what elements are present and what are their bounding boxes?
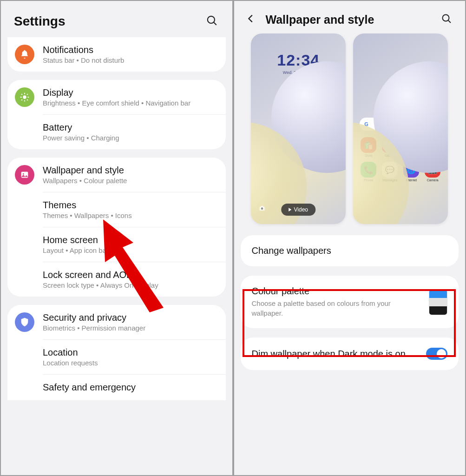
svg-line-9 xyxy=(21,99,22,100)
settings-screen: Settings NotificationsStatus bar • Do no… xyxy=(0,0,233,476)
lock-screen-preview[interactable]: 12:34 Wed, 7 February Video xyxy=(251,33,346,224)
row-subtitle: Location requests xyxy=(43,359,217,367)
home-screen-preview[interactable]: 18° e.C.Block Sunny G 🛍️Store✳️Gallery▶P… xyxy=(353,33,448,224)
dim-wallpaper-toggle[interactable] xyxy=(426,348,447,360)
row-subtitle: Layout • App icon badges xyxy=(43,246,217,254)
wallpaper-header: Wallpaper and style xyxy=(234,1,466,33)
row-title: Home screen xyxy=(43,235,217,245)
settings-group: DisplayBrightness • Eye comfort shield •… xyxy=(7,80,226,149)
back-button[interactable] xyxy=(243,12,258,27)
settings-row-location[interactable]: LocationLocation requests xyxy=(43,339,226,374)
camera-icon xyxy=(258,205,266,214)
svg-line-1 xyxy=(214,22,216,25)
search-button[interactable] xyxy=(204,14,219,29)
row-subtitle: Status bar • Do not disturb xyxy=(43,56,217,64)
settings-group: Security and privacyBiometrics • Permiss… xyxy=(7,305,226,400)
svg-line-8 xyxy=(27,99,28,100)
svg-point-2 xyxy=(23,95,26,99)
svg-line-10 xyxy=(27,94,28,95)
colour-palette-sub: Choose a palette based on colours from y… xyxy=(252,298,422,318)
row-title: Safety and emergency xyxy=(43,382,217,393)
row-title: Themes xyxy=(43,200,217,211)
dim-wallpaper-title: Dim wallpaper when Dark mode is on xyxy=(252,349,419,359)
settings-row-security[interactable]: Security and privacyBiometrics • Permiss… xyxy=(7,305,226,339)
row-title: Wallpaper and style xyxy=(43,165,217,176)
row-title: Lock screen and AOD xyxy=(43,270,217,280)
row-subtitle: Screen lock type • Always On Display xyxy=(43,281,217,289)
row-subtitle: Wallpapers • Colour palette xyxy=(43,177,217,185)
settings-group: Wallpaper and styleWallpapers • Colour p… xyxy=(7,158,226,297)
change-wallpapers-card[interactable]: Change wallpapers xyxy=(241,235,459,266)
settings-header: Settings xyxy=(1,1,232,37)
colour-palette-title: Colour palette xyxy=(252,286,422,297)
colour-palette-card[interactable]: Colour palette Choose a palette based on… xyxy=(241,276,459,328)
row-subtitle: Themes • Wallpapers • Icons xyxy=(43,212,217,219)
shield-icon xyxy=(15,312,34,332)
settings-row-themes[interactable]: ThemesThemes • Wallpapers • Icons xyxy=(43,192,226,227)
settings-row-home[interactable]: Home screenLayout • App icon badges xyxy=(43,227,226,262)
page-title: Wallpaper and style xyxy=(266,13,432,26)
row-subtitle: Biometrics • Permission manager xyxy=(43,324,217,332)
settings-row-lock[interactable]: Lock screen and AODScreen lock type • Al… xyxy=(43,262,226,297)
search-icon xyxy=(441,13,452,26)
row-subtitle: Power saving • Charging xyxy=(43,134,217,142)
settings-group: NotificationsStatus bar • Do not disturb xyxy=(7,37,226,72)
svg-point-0 xyxy=(207,16,214,23)
row-title: Display xyxy=(43,87,217,98)
bell-icon xyxy=(15,45,34,64)
settings-row-battery[interactable]: BatteryPower saving • Charging xyxy=(43,114,226,149)
video-label: Video xyxy=(294,206,308,213)
page-title: Settings xyxy=(14,14,65,29)
svg-line-7 xyxy=(21,94,22,95)
wallpaper-previews: 12:34 Wed, 7 February Video 18° e.C.Bloc… xyxy=(234,33,466,235)
svg-point-14 xyxy=(23,173,24,175)
row-title: Notifications xyxy=(43,45,217,55)
search-button[interactable] xyxy=(439,12,454,27)
settings-row-notifications[interactable]: NotificationsStatus bar • Do not disturb xyxy=(7,37,226,72)
palette-swatch-icon xyxy=(429,289,447,315)
settings-row-safety[interactable]: Safety and emergency xyxy=(43,374,226,400)
video-button[interactable]: Video xyxy=(282,204,315,216)
image-icon xyxy=(15,165,34,185)
row-title: Security and privacy xyxy=(43,312,217,323)
row-title: Location xyxy=(43,347,217,358)
row-subtitle: Brightness • Eye comfort shield • Naviga… xyxy=(43,99,217,107)
svg-point-20 xyxy=(443,15,449,21)
settings-row-display[interactable]: DisplayBrightness • Eye comfort shield •… xyxy=(7,80,226,114)
svg-line-21 xyxy=(448,20,451,23)
search-icon xyxy=(206,14,218,28)
sun-icon xyxy=(15,87,34,107)
svg-point-22 xyxy=(261,207,263,210)
dim-wallpaper-card[interactable]: Dim wallpaper when Dark mode is on xyxy=(241,337,459,370)
settings-row-wallpaper[interactable]: Wallpaper and styleWallpapers • Colour p… xyxy=(7,158,226,192)
wallpaper-style-screen: Wallpaper and style 12:34 Wed, 7 Februar… xyxy=(233,0,466,476)
chevron-left-icon xyxy=(246,13,256,26)
row-title: Battery xyxy=(43,122,217,133)
